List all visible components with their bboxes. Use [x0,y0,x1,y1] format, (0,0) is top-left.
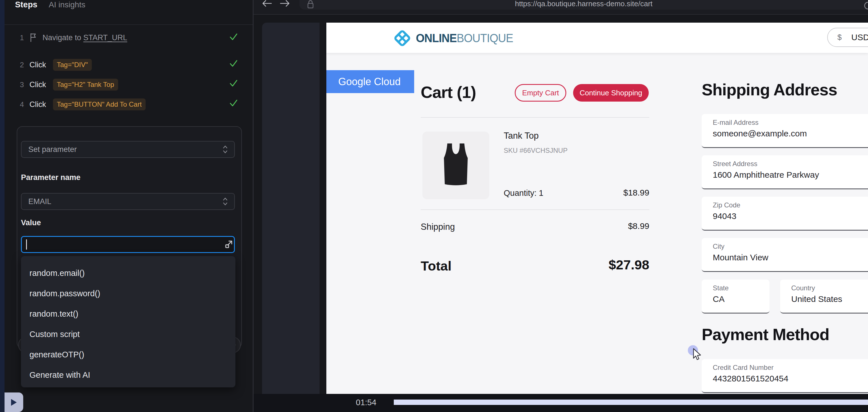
city-field[interactable]: City Mountain View [702,238,868,272]
playback-time: 01:54 [356,398,376,407]
credit-card-label: Credit Card Number [713,364,774,372]
step-3-check-icon [228,78,239,88]
forward-icon[interactable] [279,0,291,8]
shipping-address-title: Shipping Address [702,80,837,99]
product-image-tank-top [423,132,489,199]
playback-progress-bar[interactable] [394,400,868,405]
text-caret [26,239,27,249]
expand-icon[interactable] [224,239,234,251]
cart-divider [421,209,649,210]
step-number: 1 [20,33,29,42]
step-target-chip: Tag="BUTTON" Add To Cart [53,99,146,110]
unfold-icon [223,197,227,206]
city-field-label: City [713,242,724,250]
action-select-value: Set parameter [28,145,77,154]
shop-logo-text[interactable]: ONLINEBOUTIQUE [416,31,513,45]
currency-code: USD [851,33,868,42]
step-row-1[interactable]: 1 Navigate to START_URL [20,31,244,44]
play-icon [10,399,17,406]
reload-icon[interactable] [863,1,868,12]
tabs-divider [4,24,253,25]
app-window: Steps AI insights 1 Navigate to START_UR… [0,0,868,412]
viewport-gutter [262,23,319,394]
step-row-2[interactable]: 2 Click Tag="DIV" [20,58,244,71]
payment-method-title: Payment Method [702,325,829,344]
tab-steps[interactable]: Steps [15,0,37,9]
empty-cart-button[interactable]: Empty Cart [515,84,566,102]
continue-shopping-button[interactable]: Continue Shopping [573,84,649,102]
step-number: 2 [20,61,29,69]
step-number: 3 [20,80,29,89]
value-input[interactable] [21,236,235,253]
step-action: Click [29,80,46,89]
dropdown-item-random-text[interactable]: random.text() [21,304,236,324]
dropdown-item-custom-script[interactable]: Custom script [21,324,236,344]
state-field-label: State [713,284,728,292]
left-edge-rail [0,0,4,412]
step-label: Navigate to START_URL [42,33,127,42]
zip-field-value: 94043 [713,211,736,221]
state-field[interactable]: State CA [702,280,769,313]
country-field[interactable]: Country United States [780,280,868,313]
step-target-chip: Tag="DIV" [53,59,92,71]
parameter-name-label: Parameter name [21,173,81,182]
street-field-value: 1600 Amphitheatre Parkway [713,170,819,180]
parameter-name-value: EMAIL [28,197,51,206]
parameter-name-select[interactable]: EMAIL [21,193,235,210]
dropdown-item-generate-otp[interactable]: generateOTP() [21,344,236,365]
zip-field-label: Zip Code [713,201,740,209]
step-row-4[interactable]: 4 Click Tag="BUTTON" Add To Cart [20,98,244,111]
credit-card-field[interactable]: Credit Card Number 4432801561520454 [702,359,868,393]
step-1-check-icon [228,32,239,42]
cart-divider [421,117,649,118]
panel-divider [253,0,253,412]
shipping-row-price: $8.99 [593,221,649,231]
step-row-3[interactable]: 3 Click Tag="H2" Tank Top [20,78,244,91]
flag-icon [29,33,37,42]
chrome-divider [253,14,868,15]
credit-card-value: 4432801561520454 [713,374,788,383]
shop-logo-icon[interactable] [392,28,413,50]
shipping-row-label: Shipping [421,222,455,232]
email-field-label: E-mail Address [713,118,758,127]
unfold-icon [223,145,227,154]
currency-selector[interactable]: $ USD [827,28,868,47]
step-action: Click [29,61,46,69]
dropdown-item-generate-with-ai[interactable]: Generate with AI [21,365,236,385]
back-icon[interactable] [260,0,273,8]
cursor-icon [687,345,707,366]
dropdown-item-random-email[interactable]: random.email() [21,263,236,283]
city-field-value: Mountain View [713,253,768,262]
start-url-link: START_URL [83,33,127,42]
street-field[interactable]: Street Address 1600 Amphitheatre Parkway [702,156,868,189]
country-field-label: Country [791,284,815,292]
value-suggestions-dropdown: random.email() random.password() random.… [21,256,236,387]
email-field-value: someone@example.com [713,129,807,138]
item-name: Tank Top [504,131,539,141]
tab-ai-insights[interactable]: AI insights [49,0,85,9]
play-button[interactable] [4,392,23,412]
action-select[interactable]: Set parameter [21,141,235,158]
step-action: Click [29,100,46,109]
dollar-icon: $ [837,33,842,42]
step-2-check-icon [228,58,239,68]
item-quantity: Quantity: 1 [504,188,544,198]
email-field[interactable]: E-mail Address someone@example.com [702,114,868,148]
total-price: $27.98 [564,257,649,273]
step-4-check-icon [228,98,239,108]
value-label: Value [21,218,41,227]
google-cloud-banner: Google Cloud [327,70,414,93]
step-target-chip: Tag="H2" Tank Top [53,79,118,91]
country-field-value: United States [791,294,842,304]
page-accent-stripe [319,23,327,394]
total-label: Total [421,258,452,274]
dropdown-item-random-password[interactable]: random.password() [21,283,236,304]
street-field-label: Street Address [713,160,757,168]
item-price: $18.99 [593,188,649,198]
step-number: 4 [20,100,29,109]
url-text[interactable]: https://qa.boutique.harness-demo.site/ca… [300,0,868,8]
zip-field[interactable]: Zip Code 94043 [702,197,868,231]
item-sku: SKU #66VCHSJNUP [504,146,567,154]
state-field-value: CA [713,294,725,304]
cart-title: Cart (1) [421,82,476,102]
